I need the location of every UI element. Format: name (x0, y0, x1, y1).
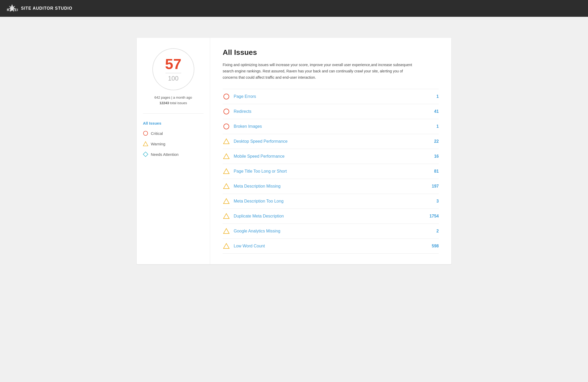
triangle-icon (143, 141, 148, 146)
main-content: All Issues Fixing and optimizing issues … (210, 38, 451, 264)
issue-count-meta-description-missing: 197 (426, 184, 439, 189)
pages-label: pages | (161, 96, 173, 99)
issue-row-google-analytics-missing: Google Analytics Missing2 (223, 224, 439, 239)
circle-outline-icon (223, 123, 229, 130)
needs-attention-label: Needs Attention (151, 152, 179, 157)
total-issues: 12243 total issues (159, 101, 187, 105)
svg-marker-8 (223, 139, 229, 144)
issue-count-page-errors: 1 (426, 94, 439, 99)
warning-triangle-icon (223, 138, 230, 145)
pages-info: 642 pages | a month ago (154, 96, 192, 99)
warning-label: Warning (151, 142, 165, 146)
nav-items: All Issues Critical Warning (143, 120, 204, 158)
triangle-outline-icon (223, 183, 229, 189)
issue-row-mobile-speed-performance: Mobile Speed Performance16 (223, 149, 439, 164)
circle-outline-icon (223, 93, 229, 100)
issue-count-google-analytics-missing: 2 (426, 229, 439, 234)
triangle-outline-icon (223, 213, 229, 219)
issue-row-meta-description-too-long: Meta Description Too Long3 (223, 194, 439, 209)
warning-triangle-icon (223, 198, 230, 205)
issue-label-meta-description-too-long[interactable]: Meta Description Too Long (234, 199, 422, 204)
triangle-outline-icon (223, 153, 229, 160)
score-circle: 57 100 (152, 48, 194, 90)
issue-count-redirects: 41 (426, 109, 439, 114)
logo: RAVEN SITE AUDITOR STUDIO (6, 3, 72, 14)
issue-row-low-word-count: Low Word Count598 (223, 239, 439, 254)
issue-count-low-word-count: 598 (426, 244, 439, 248)
raven-logo-icon: RAVEN (6, 3, 18, 14)
issue-count-desktop-speed-performance: 22 (426, 139, 439, 144)
svg-marker-4 (143, 152, 148, 157)
triangle-outline-icon (223, 198, 229, 204)
issue-row-page-title-too-long-or-short: Page Title Too Long or Short81 (223, 164, 439, 179)
header: RAVEN SITE AUDITOR STUDIO (0, 0, 588, 17)
score-value: 57 (165, 57, 181, 71)
issue-count-broken-images: 1 (426, 124, 439, 129)
total-issues-count: 12243 (159, 101, 169, 105)
issue-label-meta-description-missing[interactable]: Meta Description Missing (234, 184, 422, 189)
triangle-outline-icon (223, 228, 229, 234)
warning-triangle-icon (223, 242, 230, 250)
svg-marker-12 (223, 199, 229, 204)
intro-text: Fixing and optimizing issues will increa… (223, 62, 417, 81)
svg-point-7 (224, 124, 229, 129)
issue-count-page-title-too-long-or-short: 81 (426, 169, 439, 174)
warning-triangle-icon (223, 213, 230, 220)
issue-row-redirects: Redirects41 (223, 104, 439, 119)
svg-marker-11 (223, 184, 229, 189)
sidebar-item-critical[interactable]: Critical (143, 130, 204, 137)
critical-icon (223, 93, 230, 100)
pages-count: 642 (154, 96, 160, 99)
sidebar-item-needs-attention[interactable]: Needs Attention (143, 151, 204, 158)
page-title: All Issues (223, 48, 439, 57)
svg-point-5 (224, 94, 229, 99)
issue-label-mobile-speed-performance[interactable]: Mobile Speed Performance (234, 154, 422, 159)
triangle-outline-icon (223, 243, 229, 249)
critical-label: Critical (151, 131, 163, 136)
svg-marker-13 (223, 214, 229, 219)
svg-marker-15 (223, 243, 229, 248)
svg-marker-10 (223, 169, 229, 174)
issue-count-duplicate-meta-description: 1754 (426, 214, 439, 219)
issue-row-page-errors: Page Errors1 (223, 89, 439, 104)
svg-marker-9 (223, 154, 229, 159)
diamond-icon (143, 152, 148, 157)
sidebar-item-warning[interactable]: Warning (143, 140, 204, 147)
total-issues-label: total issues (170, 101, 187, 105)
issue-label-low-word-count[interactable]: Low Word Count (234, 244, 422, 248)
issue-label-broken-images[interactable]: Broken Images (234, 124, 422, 129)
sidebar: 57 100 642 pages | a month ago 12243 tot… (137, 38, 210, 264)
score-divider (165, 73, 181, 73)
sidebar-divider (143, 113, 204, 114)
issue-label-desktop-speed-performance[interactable]: Desktop Speed Performance (234, 139, 422, 144)
score-max: 100 (168, 75, 178, 82)
warning-triangle-icon (223, 227, 230, 235)
all-issues-label: All Issues (143, 121, 161, 125)
time-ago: a month ago (173, 96, 192, 99)
issue-row-duplicate-meta-description: Duplicate Meta Description1754 (223, 209, 439, 224)
svg-marker-3 (143, 142, 148, 146)
warning-triangle-icon (223, 153, 230, 160)
issue-row-broken-images: Broken Images1 (223, 119, 439, 134)
app-title: SITE AUDITOR STUDIO (21, 6, 72, 11)
critical-icon (223, 108, 230, 115)
warning-triangle-icon (223, 168, 230, 175)
circle-icon (143, 131, 148, 136)
issue-label-google-analytics-missing[interactable]: Google Analytics Missing (234, 229, 422, 234)
issue-label-page-errors[interactable]: Page Errors (234, 94, 422, 99)
issue-row-meta-description-missing: Meta Description Missing197 (223, 179, 439, 194)
issue-count-meta-description-too-long: 3 (426, 199, 439, 204)
triangle-outline-icon (223, 168, 229, 174)
triangle-outline-icon (223, 138, 229, 145)
circle-outline-icon (223, 108, 229, 115)
main-container: 57 100 642 pages | a month ago 12243 tot… (137, 38, 451, 264)
critical-icon (223, 123, 230, 130)
issue-count-mobile-speed-performance: 16 (426, 154, 439, 159)
sidebar-item-all-issues[interactable]: All Issues (143, 120, 204, 126)
issue-label-duplicate-meta-description[interactable]: Duplicate Meta Description (234, 214, 422, 219)
svg-marker-14 (223, 229, 229, 234)
issue-label-redirects[interactable]: Redirects (234, 109, 422, 114)
warning-triangle-icon (223, 183, 230, 190)
issue-label-page-title-too-long-or-short[interactable]: Page Title Too Long or Short (234, 169, 422, 174)
svg-point-6 (224, 109, 229, 114)
